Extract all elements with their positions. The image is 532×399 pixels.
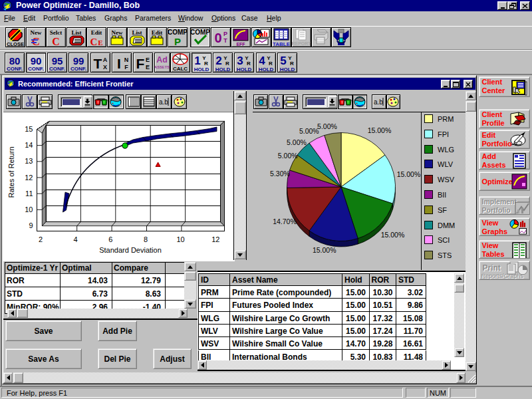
svg-text:11: 11: [25, 190, 33, 198]
svg-text:HOLD: HOLD: [194, 66, 209, 72]
svg-text:CONF.: CONF.: [70, 66, 86, 72]
svg-text:4: 4: [259, 55, 265, 67]
svg-text:T: T: [93, 56, 102, 71]
svg-text:2: 2: [215, 55, 221, 67]
svg-text:CONF.: CONF.: [28, 66, 44, 72]
svg-text:5.00%: 5.00%: [299, 127, 319, 135]
svg-text:14.70%: 14.70%: [273, 217, 297, 225]
svg-text:Standard Deviation: Standard Deviation: [99, 246, 162, 254]
svg-text:EFF: EFF: [237, 42, 246, 47]
svg-text:New: New: [111, 29, 122, 36]
svg-text:E: E: [98, 39, 102, 47]
svg-text:CONF.: CONF.: [7, 66, 23, 72]
svg-text:80: 80: [9, 55, 21, 66]
svg-text:R: R: [269, 61, 273, 66]
svg-text:2: 2: [39, 235, 43, 243]
svg-text:6: 6: [108, 235, 112, 243]
svg-text:8: 8: [144, 235, 148, 243]
svg-text:HOLD: HOLD: [215, 66, 231, 72]
svg-text:C: C: [52, 36, 60, 47]
svg-text:95: 95: [52, 55, 63, 66]
svg-text:COMP: COMP: [168, 29, 187, 36]
svg-text:15.00%: 15.00%: [313, 246, 336, 254]
svg-text:a.b: a.b: [159, 98, 168, 106]
svg-text:N: N: [124, 57, 128, 63]
svg-text:5.30%: 5.30%: [270, 170, 290, 178]
svg-text:E: E: [145, 64, 149, 70]
svg-text:R: R: [204, 61, 208, 66]
svg-text:REPORT: REPORT: [292, 41, 311, 46]
svg-text:ASSETS: ASSETS: [155, 65, 170, 69]
svg-text:15.00%: 15.00%: [397, 170, 421, 178]
svg-text:Edit: Edit: [91, 29, 102, 36]
svg-text:Rates of Return: Rates of Return: [7, 146, 15, 198]
svg-text:12: 12: [25, 174, 33, 182]
svg-text:15.00%: 15.00%: [368, 126, 392, 134]
svg-text:5.00%: 5.00%: [278, 152, 298, 160]
svg-text:99: 99: [73, 55, 84, 66]
svg-text:Ad: Ad: [156, 55, 168, 65]
svg-text:HOLD: HOLD: [279, 66, 295, 72]
svg-text:9: 9: [29, 221, 33, 229]
svg-text:C: C: [31, 35, 39, 47]
svg-text:5.00%: 5.00%: [317, 122, 337, 130]
svg-text:0: 0: [214, 31, 221, 45]
svg-text:90: 90: [31, 55, 42, 66]
svg-text:5.00%: 5.00%: [287, 138, 307, 146]
svg-text:1: 1: [194, 55, 200, 67]
svg-text:R: R: [225, 61, 229, 66]
svg-text:15: 15: [25, 125, 33, 133]
svg-text:P: P: [174, 36, 181, 47]
svg-text:List: List: [132, 29, 142, 36]
svg-text:Edit: Edit: [152, 29, 163, 36]
svg-text:HOLD: HOLD: [258, 66, 273, 72]
svg-text:13: 13: [25, 157, 33, 165]
svg-text:T: T: [223, 37, 227, 44]
svg-text:A: A: [102, 57, 107, 63]
svg-text:HOLD: HOLD: [237, 66, 252, 72]
svg-text:10: 10: [176, 235, 184, 243]
svg-text:P: P: [223, 31, 227, 37]
svg-text:List: List: [71, 29, 81, 36]
svg-text:TABLE: TABLE: [273, 41, 291, 47]
svg-text:12: 12: [211, 235, 219, 243]
svg-text:CALC: CALC: [173, 66, 188, 72]
svg-text:COMP: COMP: [191, 29, 209, 36]
svg-text:R: R: [290, 61, 294, 66]
svg-text:X: X: [102, 64, 106, 70]
svg-text:F: F: [136, 56, 144, 71]
svg-text:4: 4: [74, 235, 78, 243]
svg-text:I: I: [117, 56, 121, 71]
svg-text:10: 10: [25, 205, 33, 213]
svg-text:15.00%: 15.00%: [381, 231, 405, 239]
svg-text:3: 3: [237, 55, 243, 67]
svg-text:E: E: [145, 57, 149, 63]
svg-text:a.b: a.b: [374, 98, 383, 106]
svg-text:5: 5: [280, 55, 286, 67]
svg-text:R: R: [247, 61, 251, 66]
svg-text:CLOSE: CLOSE: [7, 41, 24, 47]
svg-text:C: C: [90, 37, 98, 47]
svg-text:Selct: Selct: [50, 29, 63, 36]
svg-text:F: F: [124, 64, 128, 70]
svg-text:CONF.: CONF.: [49, 66, 65, 72]
svg-text:14: 14: [25, 141, 33, 149]
